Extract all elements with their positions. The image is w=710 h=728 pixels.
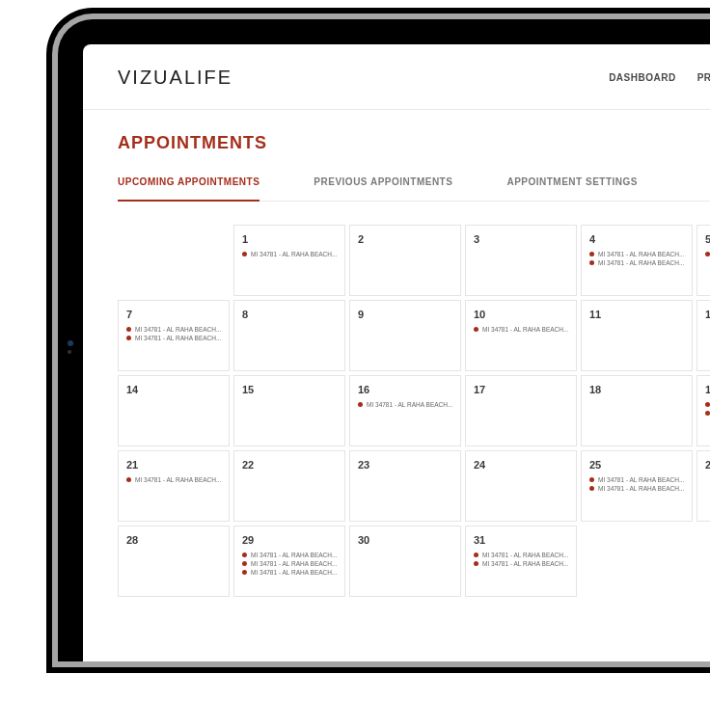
day-number: 4	[589, 233, 686, 245]
calendar-event[interactable]: MI 34781 - AL RAHA BEACH...	[589, 476, 686, 483]
calendar-event[interactable]: MI 34781 - AL RAHA BEACH...	[705, 251, 710, 257]
event-label: MI 34781 - AL RAHA BEACH...	[367, 401, 452, 408]
day-number: 1	[242, 233, 339, 245]
calendar-cell[interactable]: 7 MI 34781 - AL RAHA BEACH... MI 34781 -…	[118, 300, 230, 371]
calendar-cell[interactable]: 25 MI 34781 - AL RAHA BEACH... MI 34781 …	[581, 450, 693, 522]
calendar-cell[interactable]: 21 MI 34781 - AL RAHA BEACH...	[118, 450, 230, 522]
calendar-cell[interactable]: 24	[465, 450, 577, 522]
event-label: MI 34781 - AL RAHA BEACH...	[251, 560, 337, 567]
day-number: 30	[358, 534, 454, 546]
day-number: 28	[126, 534, 223, 546]
day-number: 2	[358, 233, 454, 245]
calendar-cell[interactable]: 2	[349, 225, 461, 296]
tab-previous[interactable]: PREVIOUS APPOINTMENTS	[314, 176, 452, 201]
calendar-event[interactable]: MI 34781 - AL RAHA BEACH...	[589, 485, 686, 492]
event-label: MI 34781 - AL RAHA BEACH...	[598, 485, 684, 492]
title-row: APPOINTMENTS	[118, 133, 710, 153]
day-number: 31	[474, 534, 570, 546]
calendar-cell[interactable]: 26	[696, 450, 710, 522]
calendar-cell[interactable]: 4 MI 34781 - AL RAHA BEACH... MI 34781 -…	[581, 225, 693, 296]
calendar-cell[interactable]: 15	[233, 375, 345, 446]
event-dot-icon	[242, 561, 247, 566]
day-number: 25	[589, 459, 686, 471]
calendar-cell[interactable]: 5 MI 34781 - AL RAHA BEACH...	[696, 225, 710, 296]
calendar-cell[interactable]: 19 MI 34781 - AL RAHA BEACH... MI 34781 …	[696, 375, 710, 446]
event-dot-icon	[126, 336, 131, 340]
day-number: 18	[589, 384, 686, 395]
tablet-inner: VIZUALIFE DASHBOARD PROJECTS APPOINTMENT…	[52, 13, 710, 667]
day-number: 23	[358, 459, 454, 471]
calendar-cell[interactable]: 31 MI 34781 - AL RAHA BEACH... MI 34781 …	[465, 526, 577, 597]
day-number: 7	[126, 309, 223, 320]
calendar-cell[interactable]: 22	[233, 450, 345, 522]
header: VIZUALIFE DASHBOARD PROJECTS APPOINTMENT…	[83, 44, 710, 110]
event-dot-icon	[358, 402, 363, 407]
calendar-cell[interactable]: 23	[349, 450, 461, 522]
tablet-frame: VIZUALIFE DASHBOARD PROJECTS APPOINTMENT…	[46, 8, 710, 673]
day-number: 19	[705, 384, 710, 395]
calendar-row: 1 MI 34781 - AL RAHA BEACH... 2 3 4 MI 3…	[233, 225, 710, 296]
event-label: MI 34781 - AL RAHA BEACH...	[598, 259, 684, 266]
calendar-row: 7 MI 34781 - AL RAHA BEACH... MI 34781 -…	[118, 300, 710, 371]
event-dot-icon	[242, 553, 247, 557]
calendar-cell[interactable]: 1 MI 34781 - AL RAHA BEACH...	[233, 225, 345, 296]
calendar-event[interactable]: MI 34781 - AL RAHA BEACH...	[589, 259, 686, 266]
event-label: MI 34781 - AL RAHA BEACH...	[482, 552, 568, 558]
calendar-cell[interactable]: 28	[118, 526, 230, 597]
calendar-cell[interactable]: 11	[581, 300, 693, 371]
calendar-event[interactable]: MI 34781 - AL RAHA BEACH...	[242, 251, 339, 257]
event-label: MI 34781 - AL RAHA BEACH...	[482, 560, 568, 567]
calendar-event[interactable]: MI 34781 - AL RAHA BEACH...	[126, 335, 223, 341]
screen: VIZUALIFE DASHBOARD PROJECTS APPOINTMENT…	[83, 44, 710, 661]
day-number: 15	[242, 384, 339, 395]
calendar-event[interactable]: MI 34781 - AL RAHA BEACH...	[242, 560, 339, 567]
event-dot-icon	[242, 570, 247, 575]
calendar-cell[interactable]: 9	[349, 300, 461, 371]
day-number: 8	[242, 309, 339, 320]
calendar-event[interactable]: MI 34781 - AL RAHA BEACH...	[589, 251, 686, 257]
calendar-event[interactable]: MI 34781 - AL RAHA BEACH...	[705, 410, 710, 417]
calendar-cell[interactable]: 30	[349, 526, 461, 597]
calendar-cell[interactable]: 10 MI 34781 - AL RAHA BEACH...	[465, 300, 577, 371]
event-dot-icon	[589, 477, 594, 482]
day-number: 3	[474, 233, 570, 245]
day-number: 5	[705, 233, 710, 245]
calendar-event[interactable]: MI 34781 - AL RAHA BEACH...	[705, 401, 710, 408]
calendar-event[interactable]: MI 34781 - AL RAHA BEACH...	[126, 326, 223, 333]
tablet-bezel: VIZUALIFE DASHBOARD PROJECTS APPOINTMENT…	[58, 19, 710, 661]
sensor-icon	[68, 350, 71, 354]
calendar-event[interactable]: MI 34781 - AL RAHA BEACH...	[242, 569, 339, 576]
calendar-event[interactable]: MI 34781 - AL RAHA BEACH...	[474, 552, 570, 558]
event-label: MI 34781 - AL RAHA BEACH...	[135, 335, 221, 341]
nav-projects[interactable]: PROJECTS	[697, 72, 710, 83]
event-label: MI 34781 - AL RAHA BEACH...	[598, 476, 684, 483]
calendar-cell[interactable]: 14	[118, 375, 230, 446]
calendar-cell[interactable]: 12	[696, 300, 710, 371]
calendar-cell[interactable]: 8	[233, 300, 345, 371]
calendar-cell[interactable]: 16 MI 34781 - AL RAHA BEACH...	[349, 375, 461, 446]
event-label: MI 34781 - AL RAHA BEACH...	[482, 326, 568, 333]
event-dot-icon	[126, 327, 131, 332]
calendar-event[interactable]: MI 34781 - AL RAHA BEACH...	[358, 401, 454, 408]
calendar-event[interactable]: MI 34781 - AL RAHA BEACH...	[126, 476, 223, 483]
calendar-cell[interactable]: 18	[581, 375, 693, 446]
event-dot-icon	[705, 252, 710, 256]
day-number: 22	[242, 459, 339, 471]
nav-dashboard[interactable]: DASHBOARD	[609, 72, 676, 83]
brand-logo[interactable]: VIZUALIFE	[118, 67, 232, 89]
calendar-event[interactable]: MI 34781 - AL RAHA BEACH...	[474, 560, 570, 567]
calendar-cell[interactable]: 17	[465, 375, 577, 446]
event-dot-icon	[126, 477, 131, 482]
day-number: 14	[126, 384, 223, 395]
calendar-cell[interactable]: 3	[465, 225, 577, 296]
tab-upcoming[interactable]: UPCOMING APPOINTMENTS	[118, 176, 259, 201]
tab-settings[interactable]: APPOINTMENT SETTINGS	[506, 176, 638, 201]
calendar-cell[interactable]: 29 MI 34781 - AL RAHA BEACH... MI 34781 …	[233, 526, 345, 597]
top-nav: DASHBOARD PROJECTS APPOINTMENTS	[609, 64, 710, 92]
calendar-row: 21 MI 34781 - AL RAHA BEACH... 22 23 24 …	[118, 450, 710, 522]
calendar-event[interactable]: MI 34781 - AL RAHA BEACH...	[242, 552, 339, 558]
calendar-event[interactable]: MI 34781 - AL RAHA BEACH...	[474, 326, 570, 333]
day-number: 12	[705, 309, 710, 320]
content: APPOINTMENTS UPCOMING APPOINTMENTS PREVI…	[83, 110, 710, 597]
day-number: 29	[242, 534, 339, 546]
